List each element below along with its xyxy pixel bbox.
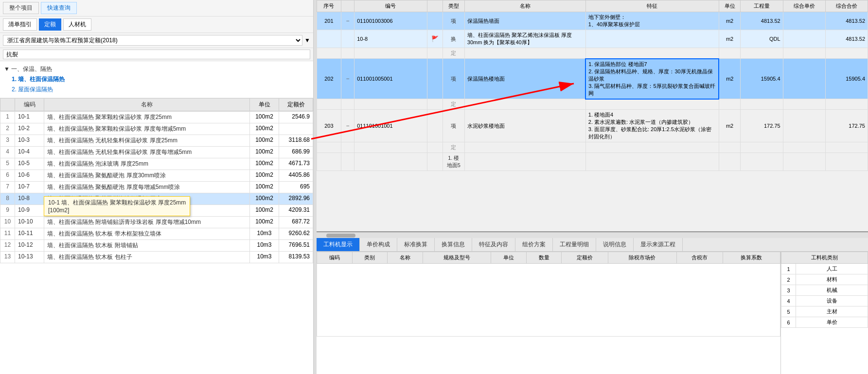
detail-header-row: 编码 类别 名称 规格及型号 单位 数量 定额价 除税市场价 含税市 换算系数 [317,252,780,264]
tool-labor[interactable]: 人材机 [63,18,91,31]
main-table-row[interactable]: 201 − 011001003006 项 保温隔热墙面 地下室外侧壁：1、40厚… [317,12,868,30]
tree-child-roof[interactable]: 2. 屋面保温隔热 [12,85,309,95]
main-table-header: 序号 编号 类型 名称 特征 单位 工程量 综合单价 综合合价 [317,0,868,12]
side-table-row[interactable]: 5 主材 [781,306,868,317]
main-table-row[interactable]: 203 − 011101001001 项 水泥砂浆楼地面 1. 楼地面42. 素… [317,110,868,142]
cell-expand [341,48,354,59]
detail-th-quota-price: 定额价 [562,252,608,264]
bottom-tab-0[interactable]: 工料机显示 [317,238,360,251]
row-price-6: 695 [279,182,313,193]
th-flag [427,0,443,12]
cell-feature: 地下室外侧壁：1、40厚聚苯板保护层 [585,12,719,30]
cell-code [354,153,427,171]
tool-quota[interactable]: 定额 [39,18,61,31]
side-table-row[interactable]: 1 人工 [781,264,868,274]
row-code-9: 10-10 [15,217,44,228]
cell-name [464,48,585,59]
bottom-tab-7[interactable]: 说明信息 [596,238,634,251]
cell-total [825,99,868,110]
tool-guide[interactable]: 清单指引 [3,18,37,31]
quota-table-row[interactable]: 6 10-6 墙、柱面保温隔热 聚氨酯硬泡 厚度30mm喷涂 100m2 440… [0,170,313,182]
cell-qty: 172.75 [741,110,783,142]
cell-seq [317,142,341,153]
quota-select-bar: 浙江省房屋建筑与装饰工程预算定额(2018) ▼ [0,33,313,48]
quota-table-row[interactable]: 5 10-5 墙、柱面保温隔热 泡沫玻璃 厚度25mm 100m2 4671.7… [0,158,313,170]
side-table-row[interactable]: 6 单价 [781,317,868,328]
side-table-row[interactable]: 3 机械 [781,285,868,296]
cell-total [825,48,868,59]
bottom-tab-5[interactable]: 组价方案 [515,238,553,251]
side-table-row[interactable]: 4 设备 [781,296,868,306]
h-scroll-thumb[interactable] [326,234,355,238]
tab-whole-project[interactable]: 整个项目 [3,2,39,14]
tab-quick-query[interactable]: 快速查询 [41,2,77,14]
row-price-8: 4209.31 [279,205,313,217]
bottom-tab-6[interactable]: 工程量明细 [553,238,596,251]
main-table-row[interactable]: 202 − 011001005001 项 保温隔热楼地面 1. 保温隔热部位 楼… [317,59,868,99]
cell-flag [427,142,443,153]
quota-table-row[interactable]: 3 10-3 墙、柱面保温隔热 无机轻集料保温砂浆 厚度25mm 100m2 3… [0,135,313,147]
tooltip-box: 10-1 墙、柱面保温隔热 聚苯颗粒保温砂浆 厚度25mm [100m2] [44,196,190,216]
bottom-tab-8[interactable]: 显示来源工程 [634,238,683,251]
th-unitprice: 综合单价 [783,0,825,12]
quota-table-container: 1 10-1 墙、柱面保温隔热 聚苯颗粒保温砂浆 厚度25mm 100m2 25… [0,111,313,374]
search-bar [0,48,313,61]
tree-child-wall[interactable]: 1. 墙、柱面保温隔热 [12,74,309,85]
quota-table-row[interactable]: 10 10-10 墙、柱面保温隔热 附墙铺贴沥青珍珠岩板 厚度每增减10mm 1… [0,217,313,228]
h-scrollbar[interactable] [317,232,868,238]
quota-table-row[interactable]: 1 10-1 墙、柱面保温隔热 聚苯颗粒保温砂浆 厚度25mm 100m2 25… [0,112,313,123]
side-table-row[interactable]: 2 材料 [781,274,868,285]
quota-table-row[interactable]: 12 10-12 墙、柱面保温隔热 软木板 附墙铺贴 10m3 7696.51 [0,240,313,252]
side-num-3: 4 [781,296,796,306]
row-num-1: 2 [0,123,15,135]
row-code-8: 10-9 [15,205,44,217]
cell-unitprice [783,142,825,153]
row-code-2: 10-3 [15,135,44,147]
row-unit-11: 10m3 [250,240,279,252]
cell-expand [341,142,354,153]
cell-qty [741,99,783,110]
cell-unit: m2 [719,12,741,30]
main-table-row[interactable]: 定 [317,142,868,153]
quota-table-row[interactable]: 13 10-13 墙、柱面保温隔热 软木板 包柱子 10m3 8139.53 [0,252,313,263]
quota-dropdown[interactable]: 浙江省房屋建筑与装饰工程预算定额(2018) [3,35,302,46]
col-price: 定额价 [279,99,313,111]
quota-table-row[interactable]: 7 10-7 墙、柱面保温隔热 聚氨酯硬泡 厚度每增减5mm喷涂 100m2 6… [0,182,313,193]
cell-expand [341,153,354,171]
main-table-row[interactable]: 10-8 🚩 换 墙、柱面保温隔热 聚苯乙烯泡沫保温板 厚度30mm 换为【聚苯… [317,30,868,48]
cell-expand [341,99,354,110]
cell-seq [317,30,341,48]
bottom-tab-1[interactable]: 单价构成 [360,238,397,251]
detail-th-tax-price: 除税市场价 [608,252,676,264]
top-tabs: 整个项目 快速查询 [0,0,313,17]
cell-unit [719,48,741,59]
cell-name: 墙、柱面保温隔热 聚苯乙烯泡沫保温板 厚度30mm 换为【聚苯板40厚】 [464,30,585,48]
side-num-0: 1 [781,264,796,274]
side-header-row: 工料机类别 [781,252,868,264]
cell-total: 4813.52 [825,30,868,48]
bottom-tab-3[interactable]: 换算信息 [435,238,472,251]
bottom-tab-4[interactable]: 特征及内容 [472,238,515,251]
cell-feature [585,99,719,110]
quota-table-row[interactable]: 4 10-4 墙、柱面保温隔热 无机轻集料保温砂浆 厚度每增减5mm 100m2… [0,147,313,158]
cell-name [464,142,585,153]
cell-feature [585,30,719,48]
main-table-row[interactable]: 定 [317,48,868,59]
row-code-6: 10-7 [15,182,44,193]
search-input[interactable] [3,50,310,59]
col-num [0,99,15,111]
row-num-5: 6 [0,170,15,182]
row-code-3: 10-4 [15,147,44,158]
row-num-6: 7 [0,182,15,193]
main-table-row[interactable]: 定 [317,99,868,110]
bottom-tab-2[interactable]: 标准换算 [397,238,435,251]
detail-th-qty: 数量 [526,252,562,264]
main-table: 序号 编号 类型 名称 特征 单位 工程量 综合单价 综合合价 201 [317,0,868,171]
main-table-row[interactable]: 1. 楼地面5 [317,153,868,171]
row-name-3: 墙、柱面保温隔热 无机轻集料保温砂浆 厚度每增减5mm [44,147,250,158]
row-code-1: 10-2 [15,123,44,135]
quota-table-row[interactable]: 11 10-11 墙、柱面保温隔热 软木板 带木框架独立墙体 10m3 9260… [0,228,313,240]
quota-table-row[interactable]: 2 10-2 墙、柱面保温隔热 聚苯颗粒保温砂浆 厚度每增减5mm 100m2 [0,123,313,135]
tree-parent-insulation[interactable]: ▼ 一、保温、隔热 [4,64,309,74]
cell-seq [317,153,341,171]
